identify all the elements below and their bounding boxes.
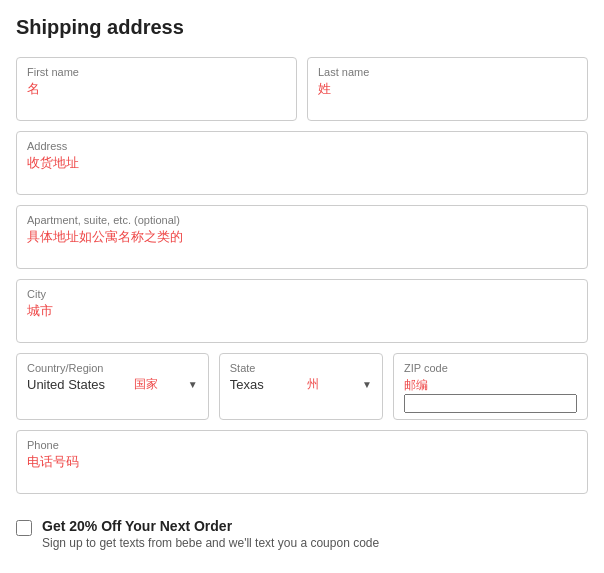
address-label: Address <box>27 140 577 152</box>
state-annotation: 州 <box>307 376 319 393</box>
state-field[interactable]: State Texas 州 ▼ <box>219 353 383 420</box>
promo-title: Get 20% Off Your Next Order <box>42 518 379 534</box>
address-input[interactable] <box>27 173 577 188</box>
state-chevron-icon: ▼ <box>362 379 372 390</box>
first-name-label: First name <box>27 66 286 78</box>
first-name-field[interactable]: First name 名 <box>16 57 297 121</box>
state-label: State <box>230 362 372 374</box>
apt-input[interactable] <box>27 247 577 262</box>
phone-input[interactable] <box>27 472 577 487</box>
country-field[interactable]: Country/Region United States 国家 ▼ <box>16 353 209 420</box>
last-name-annotation: 姓 <box>318 81 331 96</box>
promo-subtitle: Sign up to get texts from bebe and we'll… <box>42 536 379 550</box>
promo-checkbox[interactable] <box>16 520 32 536</box>
zip-label: ZIP code <box>404 362 577 374</box>
country-label: Country/Region <box>27 362 198 374</box>
promo-text: Get 20% Off Your Next Order Sign up to g… <box>42 518 379 550</box>
name-row: First name 名 Last name 姓 <box>16 57 588 121</box>
address-field[interactable]: Address 收货地址 <box>16 131 588 195</box>
zip-field[interactable]: ZIP code 邮编 <box>393 353 588 420</box>
apt-label: Apartment, suite, etc. (optional) <box>27 214 577 226</box>
city-input[interactable] <box>27 321 577 336</box>
zip-input[interactable] <box>404 394 577 413</box>
city-annotation: 城市 <box>27 303 53 318</box>
last-name-input[interactable] <box>318 99 577 114</box>
city-row: City 城市 <box>16 279 588 343</box>
country-state-zip-row: Country/Region United States 国家 ▼ State … <box>16 353 588 420</box>
last-name-label: Last name <box>318 66 577 78</box>
page-title: Shipping address <box>16 16 588 39</box>
apt-annotation: 具体地址如公寓名称之类的 <box>27 229 183 244</box>
country-value: United States <box>27 377 105 392</box>
state-value: Texas <box>230 377 264 392</box>
phone-row: Phone 电话号码 <box>16 430 588 494</box>
phone-annotation: 电话号码 <box>27 454 79 469</box>
country-chevron-icon: ▼ <box>188 379 198 390</box>
zip-annotation: 邮编 <box>404 378 428 392</box>
first-name-input[interactable] <box>27 99 286 114</box>
first-name-annotation: 名 <box>27 81 40 96</box>
last-name-field[interactable]: Last name 姓 <box>307 57 588 121</box>
promo-checkbox-row: Get 20% Off Your Next Order Sign up to g… <box>16 508 588 560</box>
address-row: Address 收货地址 <box>16 131 588 195</box>
address-annotation: 收货地址 <box>27 155 79 170</box>
apt-field[interactable]: Apartment, suite, etc. (optional) 具体地址如公… <box>16 205 588 269</box>
city-field[interactable]: City 城市 <box>16 279 588 343</box>
phone-field[interactable]: Phone 电话号码 <box>16 430 588 494</box>
country-annotation: 国家 <box>134 376 158 393</box>
phone-label: Phone <box>27 439 577 451</box>
apt-row: Apartment, suite, etc. (optional) 具体地址如公… <box>16 205 588 269</box>
city-label: City <box>27 288 577 300</box>
